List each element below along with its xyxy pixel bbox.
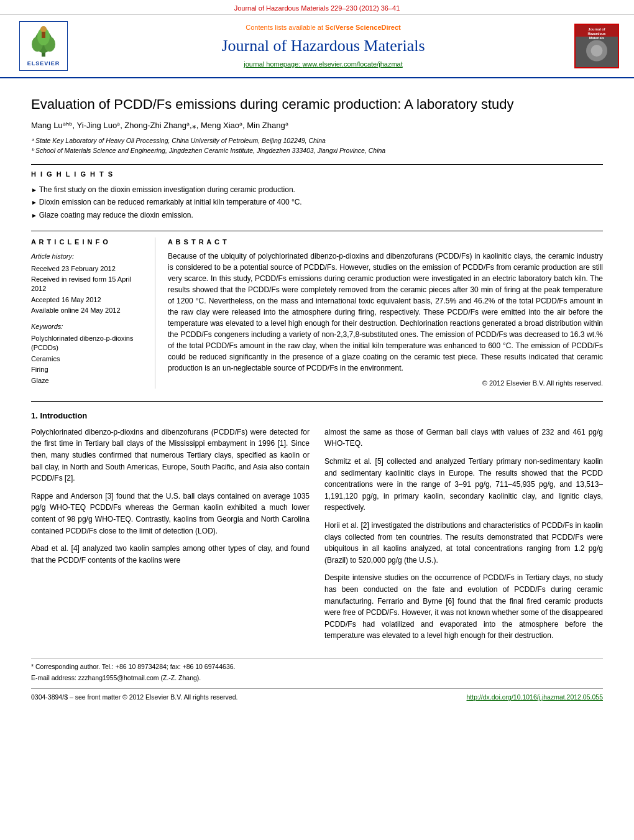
authors-text: Mang Luᵃʰᵇ, Yi-Jing Luoᵃ, Zhong-Zhi Zhan… xyxy=(31,121,288,130)
bottom-bar: 0304-3894/$ – see front matter © 2012 El… xyxy=(31,688,603,702)
main-content: Evaluation of PCDD/Fs emissions during c… xyxy=(0,78,634,714)
svg-point-5 xyxy=(40,26,47,32)
body-para-6: Horii et al. [2] investigated the distri… xyxy=(324,520,603,566)
highlight-item-2: Dioxin emission can be reduced remarkabl… xyxy=(31,197,603,208)
email-note: E-mail address: zzzhang1955@hotmail.com … xyxy=(31,673,603,683)
section1-heading: 1. Introduction xyxy=(31,410,603,422)
keyword-1: Polychlorinated dibenzo-p-dioxins (PCDDs… xyxy=(31,334,145,353)
info-abstract-section: A R T I C L E I N F O Article history: R… xyxy=(31,231,603,389)
article-info-col: A R T I C L E I N F O Article history: R… xyxy=(31,238,155,389)
journal-reference: Journal of Hazardous Materials 229–230 (… xyxy=(234,4,400,12)
sciverse-text: Contents lists available at SciVerse Sci… xyxy=(81,23,566,32)
sciverse-link[interactable]: SciVerse ScienceDirect xyxy=(325,24,401,31)
abstract-label: A B S T R A C T xyxy=(168,238,603,247)
page-header: ELSEVIER Contents lists available at Sci… xyxy=(0,15,634,78)
accepted-date: Accepted 16 May 2012 xyxy=(31,295,145,305)
article-title: Evaluation of PCDD/Fs emissions during c… xyxy=(31,96,603,114)
authors-line: Mang Luᵃʰᵇ, Yi-Jing Luoᵃ, Zhong-Zhi Zhan… xyxy=(31,120,603,131)
keyword-2: Ceramics xyxy=(31,354,145,364)
hazmat-logo-image: Journal of Hazardous Materials xyxy=(576,24,618,68)
journal-title: Journal of Hazardous Materials xyxy=(81,35,566,57)
svg-text:Materials: Materials xyxy=(589,36,605,40)
hazmat-logo-box: Journal of Hazardous Materials xyxy=(574,24,619,68)
body-col-left: Polychlorinated dibenzo-p-dioxins and di… xyxy=(31,427,310,648)
available-date: Available online 24 May 2012 xyxy=(31,306,145,315)
affiliation-b: ᵇ School of Materials Science and Engine… xyxy=(31,146,603,155)
svg-text:Hazardous: Hazardous xyxy=(588,32,606,35)
body-para-5: Schmitz et al. [5] collected and analyze… xyxy=(324,456,603,514)
elsevier-logo-container: ELSEVIER xyxy=(12,21,75,71)
highlight-item-1: The first study on the dioxin emission i… xyxy=(31,185,603,195)
two-col-body: Polychlorinated dibenzo-p-dioxins and di… xyxy=(31,427,603,648)
journal-top-bar: Journal of Hazardous Materials 229–230 (… xyxy=(0,0,634,15)
history-label: Article history: xyxy=(31,252,145,261)
body-para-3: Abad et al. [4] analyzed two kaolin samp… xyxy=(31,543,310,566)
affiliations: ᵃ State Key Laboratory of Heavy Oil Proc… xyxy=(31,136,603,155)
received-date: Received 23 February 2012 xyxy=(31,264,145,274)
svg-text:Journal of: Journal of xyxy=(588,28,605,32)
revised-date: Received in revised form 15 April 2012 xyxy=(31,275,145,294)
body-para-4: almost the same as those of German ball … xyxy=(324,427,603,450)
highlights-section: H I G H L I G H T S The first study on t… xyxy=(31,164,603,221)
svg-rect-6 xyxy=(42,32,45,38)
abstract-col: A B S T R A C T Because of the ubiquity … xyxy=(168,238,603,389)
highlight-item-3: Glaze coating may reduce the dioxin emis… xyxy=(31,210,603,221)
keywords-label: Keywords: xyxy=(31,322,145,331)
keyword-3: Firing xyxy=(31,365,145,374)
abstract-text: Because of the ubiquity of polychlorinat… xyxy=(168,251,603,374)
body-para-7: Despite intensive studies on the occurre… xyxy=(324,572,603,642)
doi-link[interactable]: http://dx.doi.org/10.1016/j.jhazmat.2012… xyxy=(467,693,604,702)
issn-note: 0304-3894/$ – see front matter © 2012 El… xyxy=(31,693,237,702)
elsevier-tree-icon xyxy=(25,24,62,58)
body-col-right: almost the same as those of German ball … xyxy=(324,427,603,648)
body-para-2: Rappe and Anderson [3] found that the U.… xyxy=(31,491,310,537)
elsevier-logo-box: ELSEVIER xyxy=(19,21,68,71)
highlights-label: H I G H L I G H T S xyxy=(31,164,603,179)
homepage-link[interactable]: www.elsevier.com/locate/jhazmat xyxy=(302,60,402,68)
svg-point-10 xyxy=(591,45,603,57)
affiliation-a: ᵃ State Key Laboratory of Heavy Oil Proc… xyxy=(31,136,603,145)
journal-homepage: journal homepage: www.elsevier.com/locat… xyxy=(81,60,566,69)
corresponding-author-note: * Corresponding author. Tel.: +86 10 897… xyxy=(31,662,603,672)
body-section: 1. Introduction Polychlorinated dibenzo-… xyxy=(31,401,603,648)
keyword-4: Glaze xyxy=(31,376,145,385)
article-info-label: A R T I C L E I N F O xyxy=(31,238,145,247)
journal-header-center: Contents lists available at SciVerse Sci… xyxy=(81,23,566,70)
footnotes-section: * Corresponding author. Tel.: +86 10 897… xyxy=(31,658,603,682)
copyright-line: © 2012 Elsevier B.V. All rights reserved… xyxy=(168,379,603,388)
hazmat-logo-container: Journal of Hazardous Materials xyxy=(572,24,622,68)
body-para-1: Polychlorinated dibenzo-p-dioxins and di… xyxy=(31,427,310,484)
elsevier-brand-text: ELSEVIER xyxy=(27,60,60,68)
